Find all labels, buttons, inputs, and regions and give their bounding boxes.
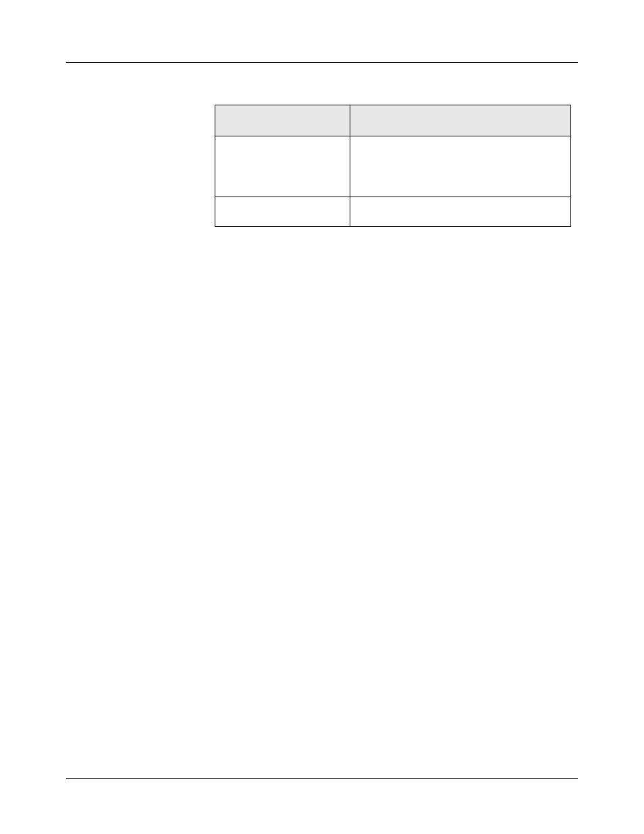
table-cell xyxy=(215,136,350,197)
table-cell xyxy=(350,136,570,197)
page-content xyxy=(0,0,644,227)
table-header-cell xyxy=(215,105,350,136)
table-container xyxy=(215,105,571,227)
table-cell xyxy=(215,197,350,227)
table-header-cell xyxy=(350,105,570,136)
header-divider xyxy=(66,62,578,63)
table-header-row xyxy=(215,105,571,136)
table-row xyxy=(215,197,571,227)
table-cell xyxy=(350,197,570,227)
footer-divider xyxy=(66,778,578,779)
table-row xyxy=(215,136,571,197)
data-table xyxy=(215,105,571,227)
